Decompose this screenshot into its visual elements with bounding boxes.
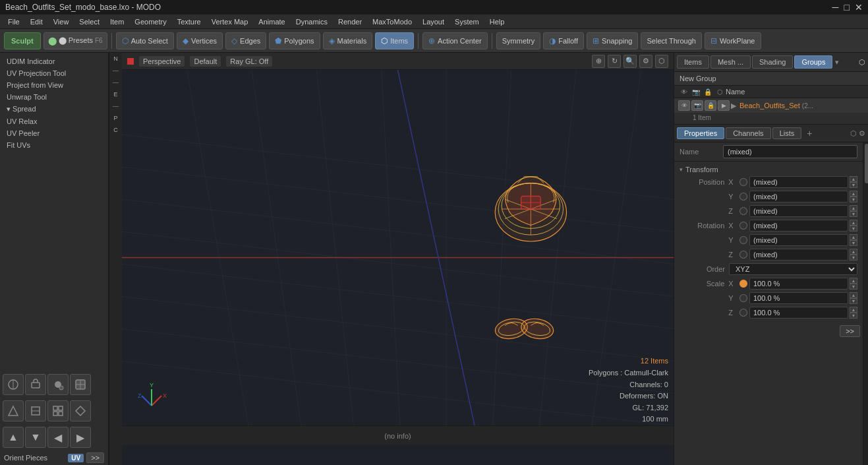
menu-select[interactable]: Select <box>74 16 105 27</box>
props-expand-btn[interactable]: ⬡ ⚙ <box>850 129 865 138</box>
minimize-btn[interactable]: ─ <box>832 2 839 13</box>
pos-x-input[interactable] <box>749 176 848 188</box>
project-from-view[interactable]: Project from View <box>3 79 105 91</box>
materials-button[interactable]: ◈ Materials <box>323 32 373 49</box>
viewport[interactable]: Perspective Default Ray GL: Off ⊕ ↻ 🔍 ⚙ … <box>122 53 674 465</box>
scale-y-down[interactable]: ▼ <box>850 298 857 304</box>
name-input[interactable] <box>723 145 857 158</box>
menu-help[interactable]: Help <box>484 16 510 27</box>
falloff-button[interactable]: ◑ Falloff <box>543 32 584 49</box>
tool-icon-1[interactable] <box>3 374 24 395</box>
spread-item[interactable]: ▾ Spread <box>3 103 105 115</box>
item-sub-toggle[interactable]: ▶ <box>718 100 730 111</box>
pos-y-down[interactable]: ▼ <box>850 197 857 202</box>
pos-x-down[interactable]: ▼ <box>850 182 857 188</box>
pos-x-up[interactable]: ▲ <box>850 176 857 182</box>
side-icon-6[interactable]: P <box>111 115 121 125</box>
menu-edit[interactable]: Edit <box>25 16 48 27</box>
tool-icon-4[interactable] <box>70 374 91 395</box>
transform-title[interactable]: ▾ Transform <box>674 164 863 175</box>
pos-z-input[interactable] <box>749 205 848 217</box>
tab-items[interactable]: Items <box>677 55 709 69</box>
pos-y-up[interactable]: ▲ <box>850 191 857 197</box>
polygons-button[interactable]: ⬟ Polygons <box>269 32 320 49</box>
item-expand-icon[interactable]: ▶ <box>731 102 736 110</box>
arrow-right-btn[interactable]: ▶ <box>70 427 91 448</box>
panel-expand-icon[interactable]: ⬡ <box>859 58 865 67</box>
side-icon-2[interactable]: — <box>111 67 121 78</box>
rot-x-dot[interactable] <box>739 222 747 230</box>
side-icon-1[interactable]: N <box>111 55 121 66</box>
symmetry-button[interactable]: Symmetry <box>496 32 541 49</box>
scale-x-down[interactable]: ▼ <box>850 284 857 290</box>
tab-groups[interactable]: Groups <box>794 55 832 69</box>
fit-uvs-item[interactable]: Fit UVs <box>3 139 105 151</box>
ray-gl-label[interactable]: Ray GL: Off <box>226 56 272 67</box>
pos-y-input[interactable] <box>749 191 848 202</box>
viewport-settings-icon[interactable]: ⚙ <box>639 55 652 68</box>
scale-z-down[interactable]: ▼ <box>850 313 857 319</box>
select-through-button[interactable]: Select Through <box>641 32 701 49</box>
scale-z-input[interactable] <box>749 307 848 319</box>
scale-x-input[interactable] <box>749 278 848 290</box>
menu-layout[interactable]: Layout <box>417 16 449 27</box>
rot-x-down[interactable]: ▼ <box>850 226 857 232</box>
tool-icon-2[interactable] <box>25 374 46 395</box>
tool-icon-5[interactable] <box>3 400 24 421</box>
presets-button[interactable]: ⬤ ⬤ Presets F6 <box>43 32 107 49</box>
pos-z-dot[interactable] <box>739 207 747 215</box>
rot-x-up[interactable]: ▲ <box>850 220 857 226</box>
viewport-rotate-icon[interactable]: ↻ <box>608 55 621 68</box>
tab-properties[interactable]: Properties <box>677 127 724 139</box>
tab-arrow[interactable]: ▾ <box>834 57 840 68</box>
menu-maxtoModo[interactable]: MaxToModo <box>367 16 417 27</box>
tool-icon-6[interactable] <box>25 400 46 421</box>
unwrap-tool[interactable]: Unwrap Tool <box>3 91 105 103</box>
menu-view[interactable]: View <box>48 16 74 27</box>
maximize-btn[interactable]: □ <box>844 2 850 13</box>
items-button[interactable]: ⬡ Items <box>375 32 414 49</box>
udim-indicator[interactable]: UDIM Indicator <box>3 55 105 67</box>
menu-render[interactable]: Render <box>333 16 367 27</box>
menu-system[interactable]: System <box>449 16 484 27</box>
menu-texture[interactable]: Texture <box>172 16 206 27</box>
default-label[interactable]: Default <box>190 56 221 67</box>
props-scrollbar[interactable] <box>863 142 868 465</box>
props-expand-button[interactable]: >> <box>840 325 860 337</box>
viewport-nav-icon[interactable]: ⊕ <box>592 55 605 68</box>
uv-projection-tool[interactable]: UV Projection Tool <box>3 67 105 79</box>
viewport-expand-icon[interactable]: ⬡ <box>655 55 668 68</box>
scale-x-dot[interactable] <box>739 280 747 288</box>
tab-channels[interactable]: Channels <box>726 127 770 139</box>
tool-icon-8[interactable] <box>70 400 91 421</box>
arrow-left-btn[interactable]: ◀ <box>47 427 69 448</box>
tab-lists[interactable]: Lists <box>772 127 802 139</box>
uv-peeler-item[interactable]: UV Peeler <box>3 127 105 139</box>
vertices-button[interactable]: ◆ Vertices <box>177 32 223 49</box>
side-icon-4[interactable]: E <box>111 91 121 102</box>
order-select[interactable]: XYZ XZY YXZ YZX ZXY ZYX <box>729 263 857 275</box>
rot-y-down[interactable]: ▼ <box>850 240 857 246</box>
rot-y-dot[interactable] <box>739 236 747 244</box>
pos-y-dot[interactable] <box>739 193 747 201</box>
rot-z-input[interactable] <box>749 249 848 261</box>
scale-x-up[interactable]: ▲ <box>850 278 857 284</box>
pos-z-down[interactable]: ▼ <box>850 211 857 217</box>
menu-animate[interactable]: Animate <box>253 16 290 27</box>
scale-y-up[interactable]: ▲ <box>850 292 857 298</box>
menu-item[interactable]: Item <box>105 16 129 27</box>
rot-z-dot[interactable] <box>739 251 747 259</box>
menu-file[interactable]: File <box>3 16 25 27</box>
pos-x-dot[interactable] <box>739 178 747 186</box>
tab-shading[interactable]: Shading <box>752 55 793 69</box>
snapping-button[interactable]: ⊞ Snapping <box>587 32 639 49</box>
edges-button[interactable]: ◇ Edges <box>225 32 266 49</box>
workplane-button[interactable]: ⊟ WorkPlane <box>705 32 761 49</box>
scale-y-input[interactable] <box>749 292 848 304</box>
pos-z-up[interactable]: ▲ <box>850 205 857 211</box>
new-group-bar[interactable]: New Group <box>674 72 868 86</box>
menu-geometry[interactable]: Geometry <box>129 16 171 27</box>
item-vis-toggle[interactable]: 👁 <box>678 100 690 111</box>
perspective-label[interactable]: Perspective <box>139 56 185 67</box>
viewport-canvas[interactable]: 12 Items Polygons : Catmull-Clark Channe… <box>122 70 674 445</box>
